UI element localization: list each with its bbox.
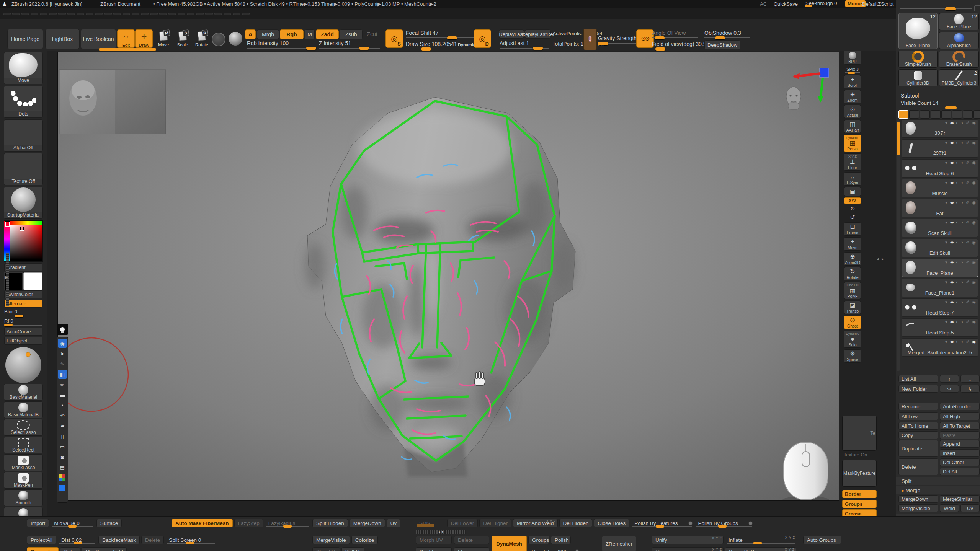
surface[interactable]: Surface xyxy=(96,519,122,527)
weld-button[interactable]: Weld xyxy=(940,504,959,512)
clipboard-icon[interactable]: ▤ xyxy=(58,463,67,472)
subtool-version-tab[interactable] xyxy=(898,110,908,119)
menu-item[interactable] xyxy=(58,13,66,15)
eye-icon[interactable]: ◉ xyxy=(972,200,976,205)
merge-down-icon[interactable]: ▾ xyxy=(945,180,947,185)
auto-mask-fibermesh[interactable]: Auto Mask FiberMesh xyxy=(172,519,233,527)
insert-button[interactable]: Insert xyxy=(940,449,980,457)
actual-button[interactable]: ⊙ Actual xyxy=(844,105,861,118)
subtool-version-tab[interactable] xyxy=(952,110,962,119)
live-boolean-button[interactable]: Live Boolean xyxy=(81,29,116,49)
move[interactable]: Move xyxy=(4,52,43,84)
resolution-slider[interactable]: Resolution 680 xyxy=(528,547,580,551)
color-swatch-icon[interactable] xyxy=(58,483,67,492)
subtool-version-tab[interactable] xyxy=(963,110,973,119)
eye-icon[interactable]: ◉ xyxy=(972,140,976,145)
smart-resym-button[interactable]: Smart ReSymX Y Z xyxy=(725,547,796,551)
half-tone-icon[interactable]: ◑ xyxy=(961,180,964,185)
subtool-scrollbar-thumb[interactable] xyxy=(897,122,900,155)
close-holes[interactable]: Close Holes xyxy=(594,519,629,527)
subtool-version-tab[interactable] xyxy=(941,110,951,119)
crescent-icon[interactable]: ◖ xyxy=(956,200,958,205)
subtool-row[interactable]: ▾ ●● ◖ ◑ ✐ ◉ Scan Skull xyxy=(902,219,978,237)
merge-down-icon[interactable]: ▾ xyxy=(945,339,947,344)
menu-item[interactable] xyxy=(242,13,250,15)
merge-section-header[interactable]: ●Merge xyxy=(896,486,980,494)
pair-visibility-icon[interactable]: ●● xyxy=(950,220,953,225)
hue-selector[interactable] xyxy=(5,222,10,227)
del-lower[interactable]: Del Lower xyxy=(447,519,478,527)
maskpen[interactable]: MaskPen xyxy=(4,472,43,489)
crescent-icon[interactable]: ◖ xyxy=(956,300,958,305)
xyz-button[interactable]: XYZ xyxy=(844,197,861,204)
angle-of-view-handle[interactable] xyxy=(655,36,665,39)
lazystep[interactable]: LazyStep xyxy=(234,519,263,527)
append-button[interactable]: Append xyxy=(940,440,980,448)
eye-icon[interactable]: ◉ xyxy=(972,320,976,324)
sdiv[interactable]: SDiv xyxy=(416,519,446,527)
menu-item[interactable] xyxy=(21,13,29,15)
dist-0-02[interactable]: Dist 0.02 xyxy=(58,536,97,544)
half-tone-icon[interactable]: ◑ xyxy=(961,300,964,305)
spix-slider[interactable]: SPix 3 xyxy=(844,66,861,73)
double-button[interactable]: Double xyxy=(416,547,452,551)
half-tone-icon[interactable]: ◑ xyxy=(961,240,964,245)
dynamesh-button[interactable]: DynaMesh xyxy=(492,536,527,551)
smooth[interactable]: Smooth xyxy=(4,489,43,506)
duplicate-button[interactable]: Duplicate xyxy=(898,440,938,457)
menu-item[interactable] xyxy=(31,13,38,15)
toolbar-scroll-indicator[interactable] xyxy=(99,48,156,51)
bpr-button[interactable]: BPR xyxy=(844,51,861,65)
menu-item[interactable] xyxy=(214,13,222,15)
visible-count-slider[interactable]: Visible Count 14 xyxy=(901,100,938,106)
zcut-button[interactable]: Zcut xyxy=(363,29,381,39)
del-other-button[interactable]: Del Other xyxy=(940,458,980,466)
home-page-button[interactable]: Home Page xyxy=(7,29,43,49)
zoom3d-button[interactable]: ⊕ Zoom3D xyxy=(844,252,861,266)
scale-button[interactable]: S Scale xyxy=(174,29,191,47)
half-tone-icon[interactable]: ◑ xyxy=(961,339,964,344)
split-hidden[interactable]: Split Hidden xyxy=(312,519,348,527)
basicmaterialb[interactable]: BasicMaterialB xyxy=(4,401,43,418)
focal-shift-slider[interactable]: Focal Shift 47 xyxy=(406,30,439,36)
eraserbrush[interactable]: EraserBrush xyxy=(939,51,979,68)
lsym-button[interactable]: ↔ L.Sym xyxy=(844,172,861,186)
new-folder-button[interactable]: New Folder xyxy=(898,385,938,393)
merge-down-button[interactable]: MergeDown xyxy=(898,495,938,503)
stroke-icon[interactable]: ◎S xyxy=(385,29,403,48)
panel-divider-arrows[interactable]: ◄ ► xyxy=(876,257,885,261)
floor-button[interactable]: X Y Z ⊥ Floor xyxy=(844,153,861,171)
m-button[interactable]: M xyxy=(305,29,315,39)
gravity-handle[interactable] xyxy=(598,42,608,45)
merge-down-icon[interactable]: ▾ xyxy=(945,300,947,305)
pair-visibility-icon[interactable]: ●● xyxy=(950,320,953,324)
geometry[interactable]: Geometry xyxy=(27,547,59,551)
gradient-button[interactable]: Gradient xyxy=(4,263,42,271)
del-all-button[interactable]: Del All xyxy=(940,468,980,475)
merge-down-icon[interactable]: ▾ xyxy=(945,240,947,245)
z-intensity-slider[interactable]: Z Intensity 51 xyxy=(319,40,351,46)
camera-icon[interactable]: ◙ xyxy=(58,452,67,461)
subtool-row[interactable]: ▾ ●● ◖ ◑ ✐ ◉ Fat xyxy=(902,199,978,217)
crescent-icon[interactable]: ◖ xyxy=(956,140,958,145)
move-into-folder-button[interactable]: ↳ xyxy=(960,385,980,393)
dot-icon[interactable]: • xyxy=(58,401,67,410)
crescent-icon[interactable]: ◖ xyxy=(956,220,958,225)
pair-visibility-icon[interactable]: ●● xyxy=(950,339,953,344)
bucket-icon[interactable]: ◧ xyxy=(58,370,67,379)
eye-icon[interactable]: ◉ xyxy=(972,260,976,265)
polypaint-brush-icon[interactable]: ✐ xyxy=(966,240,969,245)
pair-visibility-icon[interactable]: ●● xyxy=(950,160,953,165)
eye-icon[interactable]: ◉ xyxy=(972,220,976,225)
rotate-button[interactable]: R Rotate xyxy=(193,29,210,47)
alpha-off[interactable]: Alpha Off xyxy=(4,119,43,152)
delete-button[interactable]: Delete xyxy=(454,536,489,544)
draw-button[interactable]: ✛ Draw xyxy=(135,29,153,48)
zsub-button[interactable]: Zsub xyxy=(340,29,363,39)
gravity-strength-slider[interactable]: Gravity Strength 0 xyxy=(598,35,641,41)
min-connected-l[interactable]: Min Connected l xyxy=(82,547,127,551)
border-button[interactable]: Border xyxy=(842,490,877,498)
camera-lock-button[interactable]: ▣ xyxy=(844,187,861,196)
subtool-row[interactable]: ▾ ●● ◖ ◑ ✐ ◉ Merged_Skull-decimation2_5 xyxy=(902,338,978,357)
merge-down-icon[interactable]: ▾ xyxy=(945,121,947,126)
